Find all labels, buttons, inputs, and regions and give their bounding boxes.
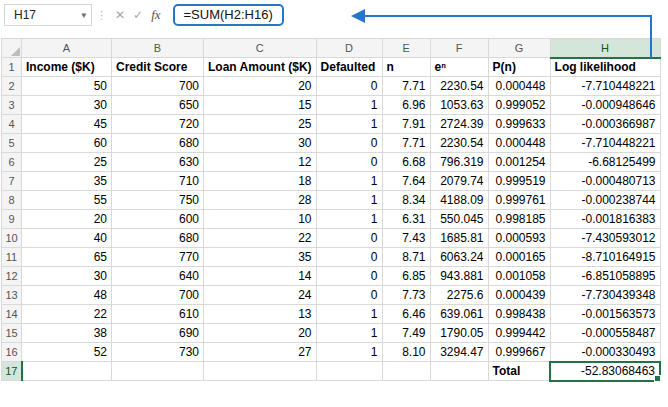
cell-G17[interactable]: Total [488, 362, 550, 381]
cell-F15[interactable]: 1790.05 [430, 324, 488, 343]
cell-C5[interactable]: 30 [204, 134, 317, 153]
row-header-14[interactable]: 14 [2, 305, 22, 324]
cell-B4[interactable]: 720 [112, 115, 204, 134]
cell-C6[interactable]: 12 [204, 153, 317, 172]
cell-C7[interactable]: 18 [204, 172, 317, 191]
cell-E10[interactable]: 7.43 [382, 229, 430, 248]
cancel-icon[interactable]: ✕ [115, 8, 125, 22]
cell-A4[interactable]: 45 [22, 115, 112, 134]
cell-B12[interactable]: 640 [112, 267, 204, 286]
cell-B8[interactable]: 750 [112, 191, 204, 210]
cell-A5[interactable]: 60 [22, 134, 112, 153]
cell-H10[interactable]: -7.430593012 [550, 229, 660, 248]
cell-G4[interactable]: 0.999633 [488, 115, 550, 134]
cell-E15[interactable]: 7.49 [382, 324, 430, 343]
cell-F14[interactable]: 639.061 [430, 305, 488, 324]
cell-C4[interactable]: 25 [204, 115, 317, 134]
cell-D11[interactable]: 0 [316, 248, 382, 267]
cell-D9[interactable]: 1 [316, 210, 382, 229]
cell-G13[interactable]: 0.000439 [488, 286, 550, 305]
column-header-G[interactable]: G [488, 39, 550, 58]
cell-B3[interactable]: 650 [112, 96, 204, 115]
cell-B2[interactable]: 700 [112, 77, 204, 96]
column-header-F[interactable]: F [430, 39, 488, 58]
cell-C3[interactable]: 15 [204, 96, 317, 115]
cell-E4[interactable]: 7.91 [382, 115, 430, 134]
cell-A7[interactable]: 35 [22, 172, 112, 191]
select-all-corner[interactable] [2, 39, 22, 58]
cell-D10[interactable]: 0 [316, 229, 382, 248]
cell-C13[interactable]: 24 [204, 286, 317, 305]
cell-A6[interactable]: 25 [22, 153, 112, 172]
cell-D17[interactable] [316, 362, 382, 381]
cell-B13[interactable]: 700 [112, 286, 204, 305]
cell-F5[interactable]: 2230.54 [430, 134, 488, 153]
cell-A9[interactable]: 20 [22, 210, 112, 229]
cell-F13[interactable]: 2275.6 [430, 286, 488, 305]
cell-E14[interactable]: 6.46 [382, 305, 430, 324]
row-header-2[interactable]: 2 [2, 77, 22, 96]
cell-A10[interactable]: 40 [22, 229, 112, 248]
row-header-13[interactable]: 13 [2, 286, 22, 305]
cell-B1[interactable]: Credit Score [112, 58, 204, 77]
column-header-C[interactable]: C [204, 39, 317, 58]
row-header-10[interactable]: 10 [2, 229, 22, 248]
cell-F3[interactable]: 1053.63 [430, 96, 488, 115]
cell-F4[interactable]: 2724.39 [430, 115, 488, 134]
cell-C10[interactable]: 22 [204, 229, 317, 248]
row-header-15[interactable]: 15 [2, 324, 22, 343]
column-header-D[interactable]: D [316, 39, 382, 58]
cell-H9[interactable]: -0.001816383 [550, 210, 660, 229]
cell-H11[interactable]: -8.710164915 [550, 248, 660, 267]
cell-B5[interactable]: 680 [112, 134, 204, 153]
name-box[interactable]: H17 ▾ [4, 4, 92, 26]
cell-H12[interactable]: -6.851058895 [550, 267, 660, 286]
insert-function-icon[interactable]: fx [151, 7, 160, 23]
column-header-A[interactable]: A [22, 39, 112, 58]
cell-D16[interactable]: 1 [316, 343, 382, 362]
cell-H13[interactable]: -7.730439348 [550, 286, 660, 305]
cell-E1[interactable]: n [382, 58, 430, 77]
cell-C17[interactable] [204, 362, 317, 381]
cell-E7[interactable]: 7.64 [382, 172, 430, 191]
cell-F12[interactable]: 943.881 [430, 267, 488, 286]
spreadsheet-grid[interactable]: ABCDEFGH1Income ($K)Credit ScoreLoan Amo… [1, 38, 661, 382]
cell-E17[interactable] [382, 362, 430, 381]
cell-G16[interactable]: 0.999667 [488, 343, 550, 362]
row-header-16[interactable]: 16 [2, 343, 22, 362]
cell-F6[interactable]: 796.319 [430, 153, 488, 172]
cell-B10[interactable]: 680 [112, 229, 204, 248]
cell-E5[interactable]: 7.71 [382, 134, 430, 153]
cell-H4[interactable]: -0.000366987 [550, 115, 660, 134]
cell-F9[interactable]: 550.045 [430, 210, 488, 229]
cell-D2[interactable]: 0 [316, 77, 382, 96]
cell-A2[interactable]: 50 [22, 77, 112, 96]
formula-input[interactable]: =SUM(H2:H16) [173, 4, 284, 26]
cell-G11[interactable]: 0.000165 [488, 248, 550, 267]
cell-B17[interactable] [112, 362, 204, 381]
cell-G12[interactable]: 0.001058 [488, 267, 550, 286]
row-header-4[interactable]: 4 [2, 115, 22, 134]
cell-E13[interactable]: 7.73 [382, 286, 430, 305]
cell-F2[interactable]: 2230.54 [430, 77, 488, 96]
cell-E8[interactable]: 8.34 [382, 191, 430, 210]
cell-G5[interactable]: 0.000448 [488, 134, 550, 153]
cell-A3[interactable]: 30 [22, 96, 112, 115]
row-header-7[interactable]: 7 [2, 172, 22, 191]
cell-D15[interactable]: 1 [316, 324, 382, 343]
row-header-11[interactable]: 11 [2, 248, 22, 267]
cell-B16[interactable]: 730 [112, 343, 204, 362]
column-header-B[interactable]: B [112, 39, 204, 58]
cell-D4[interactable]: 1 [316, 115, 382, 134]
cell-B14[interactable]: 610 [112, 305, 204, 324]
cell-A14[interactable]: 22 [22, 305, 112, 324]
row-header-17[interactable]: 17 [2, 362, 22, 381]
cell-C11[interactable]: 35 [204, 248, 317, 267]
cell-G15[interactable]: 0.999442 [488, 324, 550, 343]
cell-E12[interactable]: 6.85 [382, 267, 430, 286]
cell-H8[interactable]: -0.000238744 [550, 191, 660, 210]
cell-H5[interactable]: -7.710448221 [550, 134, 660, 153]
cell-D3[interactable]: 1 [316, 96, 382, 115]
cell-F8[interactable]: 4188.09 [430, 191, 488, 210]
cell-D12[interactable]: 0 [316, 267, 382, 286]
